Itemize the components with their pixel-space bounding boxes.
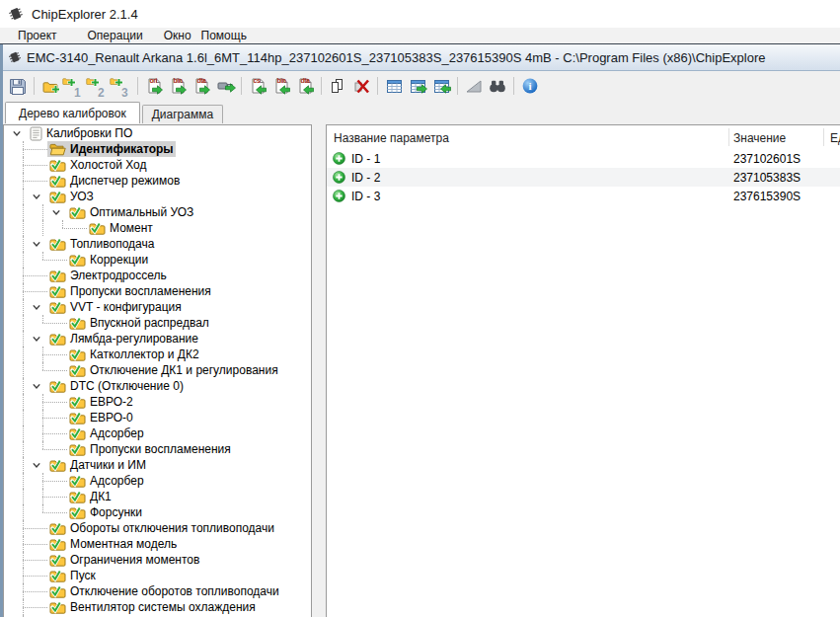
export-bin-button[interactable]: bin bbox=[167, 76, 189, 96]
tree-node[interactable]: Калибровки ПО bbox=[28, 125, 134, 141]
tree-item[interactable]: Адсорбер bbox=[4, 473, 311, 489]
windows-button[interactable] bbox=[327, 76, 348, 96]
tree-item[interactable]: Пропуски воспламенения bbox=[4, 441, 311, 457]
tree-node[interactable]: Впускной распредвал bbox=[67, 315, 211, 331]
import-bin-button[interactable]: bin bbox=[270, 76, 292, 96]
menu-item-window[interactable]: Окно bbox=[164, 29, 191, 42]
tree-node[interactable]: DTC (Отключение 0) bbox=[47, 378, 186, 394]
tree-node[interactable]: Вентилятор системы охлаждения bbox=[47, 599, 258, 615]
export-dta-button[interactable]: dta bbox=[191, 76, 212, 96]
tree-node[interactable]: Диспетчер режимов bbox=[47, 173, 182, 189]
column-header-name[interactable]: Название параметра bbox=[334, 131, 449, 145]
tree-item-selected[interactable]: Идентификаторы bbox=[4, 141, 311, 157]
chevron-down-icon[interactable] bbox=[32, 335, 41, 344]
tree-node[interactable]: Отключение ДК1 и регулирования bbox=[67, 362, 280, 378]
import-cs-button[interactable]: cs bbox=[247, 76, 268, 96]
save-button[interactable] bbox=[7, 76, 29, 96]
tree-node[interactable]: ЕВРО-2 bbox=[67, 394, 135, 410]
load-slot-1-button[interactable]: 1 bbox=[63, 76, 85, 96]
tree-node[interactable]: Адсорбер bbox=[67, 473, 146, 489]
tree-node[interactable]: Моментная модель bbox=[47, 536, 179, 552]
tree-node[interactable]: Идентификаторы bbox=[47, 141, 176, 157]
tree-node[interactable]: Отключение оборотов топливоподачи bbox=[47, 583, 281, 599]
search-button[interactable] bbox=[487, 76, 508, 96]
column-divider[interactable] bbox=[728, 128, 729, 146]
column-header-value[interactable]: Значение bbox=[733, 131, 786, 145]
tree-item[interactable]: Адсорбер bbox=[4, 425, 311, 441]
chevron-down-icon[interactable] bbox=[32, 382, 41, 391]
import-dta-button[interactable]: dta bbox=[294, 76, 316, 96]
tree-item[interactable]: УОЗ bbox=[4, 189, 311, 204]
export-ori-button[interactable]: ori bbox=[143, 76, 165, 96]
tree-item[interactable]: Вентилятор системы охлаждения bbox=[4, 599, 311, 615]
tree-item[interactable]: ЕВРО-2 bbox=[4, 394, 311, 410]
table-row[interactable]: ID - 3237615390S bbox=[327, 187, 840, 205]
menu-item-operations[interactable]: Операции bbox=[88, 29, 143, 42]
tree-node[interactable]: Форсунки bbox=[67, 504, 144, 520]
tree-item[interactable]: ЕВРО-0 bbox=[4, 410, 311, 425]
close-window-button[interactable] bbox=[350, 76, 372, 96]
tree-item[interactable]: ДК1 bbox=[4, 489, 311, 504]
tree-node[interactable]: УОЗ bbox=[47, 189, 96, 204]
table-export-button[interactable] bbox=[407, 76, 428, 96]
tree-item[interactable]: Лямбда-регулирование bbox=[4, 331, 311, 347]
tree-item[interactable]: Обороты отключения топливоподачи bbox=[4, 520, 311, 536]
tree-node[interactable]: Лямбда-регулирование bbox=[47, 331, 200, 347]
chevron-down-icon[interactable] bbox=[32, 461, 41, 470]
table-import-button[interactable] bbox=[430, 76, 452, 96]
tree-item[interactable]: Датчики и ИМ bbox=[4, 457, 311, 473]
tree-item[interactable]: Коррекции bbox=[4, 252, 311, 268]
ramp-button[interactable] bbox=[463, 76, 485, 96]
tree-item[interactable]: Катколлектор и ДК2 bbox=[4, 347, 311, 362]
tree-node[interactable]: Момент bbox=[87, 220, 155, 236]
tree-node[interactable]: Пропуски воспламенения bbox=[47, 283, 213, 299]
about-button[interactable]: i bbox=[519, 76, 541, 96]
chevron-down-icon[interactable] bbox=[51, 208, 61, 217]
tree-item[interactable]: Диспетчер режимов bbox=[4, 173, 311, 189]
tree-item[interactable]: Моментная модель bbox=[4, 536, 311, 552]
tree-item[interactable]: Впускной распредвал bbox=[4, 315, 311, 331]
chevron-down-icon[interactable] bbox=[32, 303, 41, 312]
tree-node[interactable]: Оптимальный УОЗ bbox=[67, 204, 195, 220]
tree-item[interactable]: Оптимальный УОЗ bbox=[4, 204, 311, 220]
tree-item[interactable]: Форсунки bbox=[4, 504, 311, 520]
tab-diagram[interactable]: Диаграмма bbox=[142, 105, 223, 123]
table-row[interactable]: ID - 2237105383S bbox=[327, 168, 840, 187]
tree-item[interactable]: Электродроссель bbox=[4, 268, 311, 283]
chevron-down-icon[interactable] bbox=[32, 240, 41, 249]
table-button[interactable] bbox=[383, 76, 405, 96]
menu-item-project[interactable]: Проект bbox=[18, 29, 57, 42]
tree-node[interactable]: Коррекции bbox=[67, 252, 150, 268]
document-titlebar[interactable]: EMC-3140_Renault Arkana 1.6l_6MT_114hp_2… bbox=[3, 44, 840, 71]
tree-item[interactable]: VVT - конфигурация bbox=[4, 299, 311, 315]
table-row[interactable]: ID - 1237102601S bbox=[327, 149, 840, 168]
tree-node[interactable]: Катколлектор и ДК2 bbox=[67, 347, 201, 362]
tree-node[interactable]: Холостой Ход bbox=[47, 157, 148, 173]
chevron-down-icon[interactable] bbox=[32, 193, 41, 201]
tree-node[interactable]: Топливоподача bbox=[47, 236, 156, 252]
tab-calibration-tree[interactable]: Дерево калибровок bbox=[5, 102, 140, 123]
tree-node[interactable]: VVT - конфигурация bbox=[47, 299, 184, 315]
tree-node[interactable]: Обороты отключения топливоподачи bbox=[47, 520, 276, 536]
tree-node[interactable]: Пуск bbox=[47, 568, 98, 583]
load-slot-2-button[interactable]: 2 bbox=[87, 76, 109, 96]
tree-item[interactable]: Ограничения моментов bbox=[4, 552, 311, 568]
tree-node[interactable]: Ограничения моментов bbox=[47, 552, 201, 568]
tree-node[interactable]: Датчики и ИМ bbox=[47, 457, 148, 473]
tree-item[interactable]: Калибровки ПО bbox=[4, 125, 311, 141]
tree-item[interactable]: Отключение ДК1 и регулирования bbox=[4, 362, 311, 378]
load-slot-3-button[interactable]: 3 bbox=[111, 76, 132, 96]
tree-node[interactable]: Пропуски воспламенения bbox=[67, 441, 233, 457]
tree-node[interactable]: ДК1 bbox=[67, 489, 114, 504]
column-header-unit[interactable]: Ед bbox=[830, 131, 840, 145]
column-divider[interactable] bbox=[823, 128, 824, 146]
tree-node[interactable]: ЕВРО-0 bbox=[67, 410, 135, 425]
tree-item[interactable]: Отключение оборотов топливоподачи bbox=[4, 583, 311, 599]
open-project-add-button[interactable] bbox=[39, 76, 61, 96]
tree-item[interactable]: Холостой Ход bbox=[4, 157, 311, 173]
chevron-down-icon[interactable] bbox=[12, 129, 22, 138]
tree-item[interactable]: Топливоподача bbox=[4, 236, 311, 252]
tree-node[interactable]: Адсорбер bbox=[67, 425, 146, 441]
tree-node[interactable]: Электродроссель bbox=[47, 268, 169, 283]
tree-item[interactable]: DTC (Отключение 0) bbox=[4, 378, 311, 394]
